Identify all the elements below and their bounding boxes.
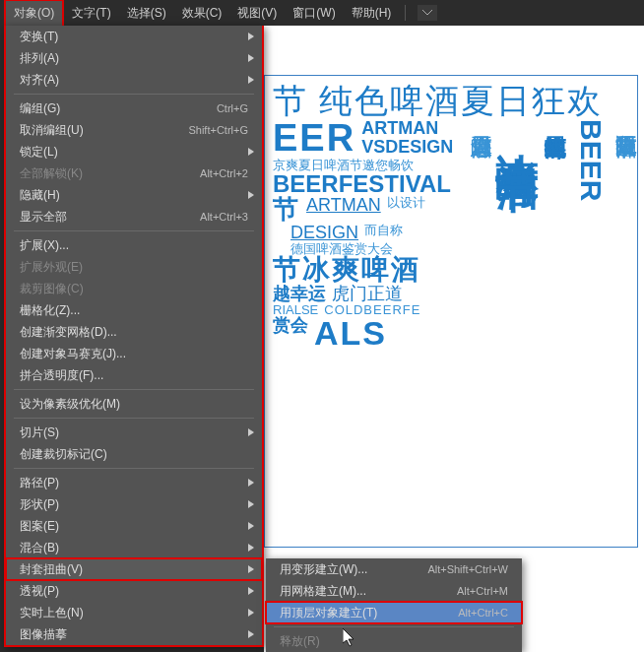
menu-item-label: 封套扭曲(V) [20, 561, 248, 578]
menu-item-label: 扩展(X)... [20, 237, 248, 254]
menu-item-6[interactable]: 锁定(L) [6, 141, 262, 163]
menu-item-label: 排列(A) [20, 50, 248, 67]
menu-item-28[interactable]: 封套扭曲(V) [6, 558, 262, 580]
menu-item-label: 用顶层对象建立(T) [280, 605, 458, 621]
menu-item-1[interactable]: 排列(A) [6, 47, 262, 69]
menu-item-14[interactable]: 栅格化(Z)... [6, 299, 262, 321]
menu-item-15[interactable]: 创建渐变网格(D)... [6, 321, 262, 343]
menu-item-22[interactable]: 创建裁切标记(C) [6, 443, 262, 465]
menu-item-label: 图像描摹 [20, 626, 248, 643]
object-menu-dropdown: 变换(T)排列(A)对齐(A)编组(G)Ctrl+G取消编组(U)Shift+C… [4, 26, 264, 647]
submenu-arrow-icon [248, 584, 254, 598]
menu-separator [14, 230, 254, 231]
menu-item-label: 裁剪图像(C) [20, 281, 248, 297]
menu-view[interactable]: 视图(V) [229, 1, 285, 26]
menu-shortcut: Alt+Ctrl+3 [200, 211, 248, 223]
menu-item-12: 扩展外观(E) [6, 256, 262, 278]
artwork-selection[interactable]: 节 纯色啤酒夏日狂欢 EER ARTMAN VSDESIGN 京爽夏日啤酒节邀您… [264, 75, 638, 548]
menu-shortcut: Alt+Ctrl+M [457, 585, 508, 597]
menu-item-0[interactable]: 用变形建立(W)...Alt+Shift+Ctrl+W [266, 558, 522, 580]
menu-item-label: 取消编组(U) [20, 122, 188, 139]
menu-item-17[interactable]: 拼合透明度(F)... [6, 364, 262, 386]
workspace-dropdown[interactable] [418, 5, 437, 21]
menu-item-label: 编组(G) [20, 100, 217, 117]
submenu-arrow-icon [248, 541, 254, 554]
menu-item-2[interactable]: 对齐(A) [6, 69, 262, 91]
menu-separator [14, 94, 254, 95]
menu-item-27[interactable]: 混合(B) [6, 537, 262, 558]
menu-separator [14, 389, 254, 390]
menu-item-label: 锁定(L) [20, 144, 248, 161]
menu-item-label: 全部解锁(K) [20, 165, 200, 182]
menu-item-25[interactable]: 形状(P) [6, 493, 262, 515]
menu-item-19[interactable]: 设为像素级优化(M) [6, 393, 262, 415]
menu-type[interactable]: 文字(T) [64, 1, 118, 26]
envelope-distort-submenu: 用变形建立(W)...Alt+Shift+Ctrl+W用网格建立(M)...Al… [266, 558, 522, 652]
menu-item-13: 裁剪图像(C) [6, 278, 262, 299]
menu-item-30[interactable]: 实时上色(N) [6, 602, 262, 623]
menu-item-label: 创建裁切标记(C) [20, 446, 248, 463]
menu-item-label: 形状(P) [20, 496, 248, 513]
submenu-arrow-icon [248, 519, 254, 533]
submenu-arrow-icon [248, 476, 254, 489]
menu-item-label: 创建渐变网格(D)... [20, 324, 248, 341]
menu-item-label: 拼合透明度(F)... [20, 367, 248, 384]
menu-item-2[interactable]: 用顶层对象建立(T)Alt+Ctrl+C [266, 602, 522, 623]
menu-item-label: 透视(P) [20, 583, 248, 600]
submenu-arrow-icon [248, 188, 254, 202]
menu-item-label: 路径(P) [20, 475, 248, 491]
menu-shortcut: Shift+Ctrl+G [188, 124, 248, 136]
menu-separator [14, 468, 254, 469]
menu-item-label: 用网格建立(M)... [280, 583, 457, 600]
menu-item-8[interactable]: 隐藏(H) [6, 184, 262, 206]
submenu-arrow-icon [248, 51, 254, 65]
menu-help[interactable]: 帮助(H) [344, 1, 400, 26]
menu-item-16[interactable]: 创建对象马赛克(J)... [6, 343, 262, 364]
menu-item-31[interactable]: 图像描摹 [6, 623, 262, 645]
submenu-arrow-icon [248, 606, 254, 619]
menu-item-4[interactable]: 编组(G)Ctrl+G [6, 98, 262, 119]
text-artwork: 节 纯色啤酒夏日狂欢 EER ARTMAN VSDESIGN 京爽夏日啤酒节邀您… [265, 76, 637, 547]
menu-item-29[interactable]: 透视(P) [6, 580, 262, 602]
menu-item-label: 隐藏(H) [20, 187, 248, 204]
menu-item-label: 对齐(A) [20, 72, 248, 89]
menu-item-label: 切片(S) [20, 424, 248, 441]
menu-item-label: 栅格化(Z)... [20, 302, 248, 319]
submenu-arrow-icon [248, 30, 254, 43]
submenu-arrow-icon [248, 562, 254, 576]
submenu-arrow-icon [248, 497, 254, 511]
menu-shortcut: Ctrl+G [217, 102, 248, 114]
menu-item-11[interactable]: 扩展(X)... [6, 234, 262, 256]
menu-item-label: 变换(T) [20, 29, 248, 45]
menubar-separator [405, 5, 406, 21]
menu-item-label: 显示全部 [20, 209, 200, 226]
menu-item-label: 图案(E) [20, 518, 248, 535]
menu-separator [274, 626, 514, 627]
menu-item-1[interactable]: 用网格建立(M)...Alt+Ctrl+M [266, 580, 522, 602]
menu-item-0[interactable]: 变换(T) [6, 26, 262, 47]
submenu-arrow-icon [248, 425, 254, 439]
menu-shortcut: Alt+Ctrl+2 [200, 167, 248, 179]
menu-item-7: 全部解锁(K)Alt+Ctrl+2 [6, 163, 262, 184]
menu-item-24[interactable]: 路径(P) [6, 472, 262, 493]
submenu-arrow-icon [248, 145, 254, 159]
menu-item-label: 释放(R) [280, 633, 508, 650]
menu-item-26[interactable]: 图案(E) [6, 515, 262, 537]
menu-item-label: 用变形建立(W)... [280, 561, 427, 578]
menu-item-4: 释放(R) [266, 630, 522, 652]
menu-item-label: 扩展外观(E) [20, 259, 248, 276]
menu-item-label: 混合(B) [20, 540, 248, 556]
menu-select[interactable]: 选择(S) [119, 1, 174, 26]
menu-separator [14, 418, 254, 419]
main-menubar: 对象(O) 文字(T) 选择(S) 效果(C) 视图(V) 窗口(W) 帮助(H… [0, 0, 644, 26]
menu-window[interactable]: 窗口(W) [285, 1, 343, 26]
menu-item-9[interactable]: 显示全部Alt+Ctrl+3 [6, 206, 262, 228]
menu-effect[interactable]: 效果(C) [174, 1, 230, 26]
menu-item-label: 实时上色(N) [20, 605, 248, 621]
menu-shortcut: Alt+Shift+Ctrl+W [427, 563, 508, 575]
menu-item-21[interactable]: 切片(S) [6, 422, 262, 443]
submenu-arrow-icon [248, 627, 254, 641]
menu-item-5[interactable]: 取消编组(U)Shift+Ctrl+G [6, 119, 262, 141]
menu-item-label: 设为像素级优化(M) [20, 396, 248, 413]
menu-object[interactable]: 对象(O) [4, 0, 64, 28]
